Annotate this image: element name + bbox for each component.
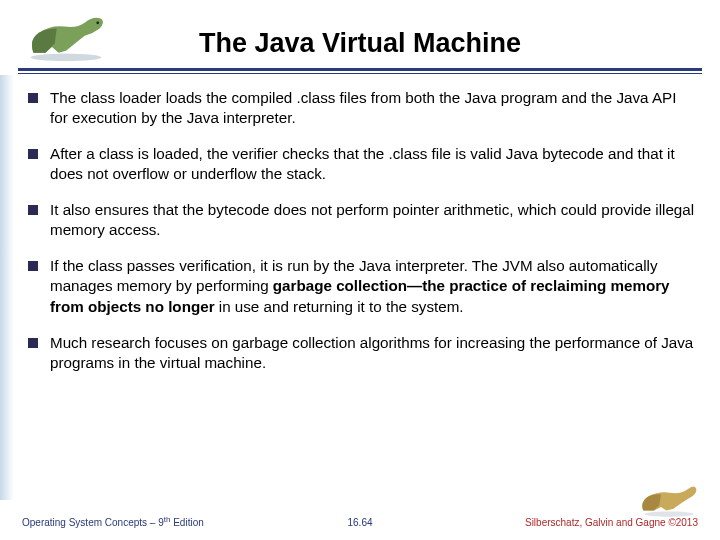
- bullet-text: It also ensures that the bytecode does n…: [50, 200, 696, 240]
- slide-header: The Java Virtual Machine: [0, 0, 720, 78]
- bullet-item: It also ensures that the bytecode does n…: [28, 200, 696, 240]
- svg-point-0: [31, 54, 102, 61]
- bullet-item: The class loader loads the compiled .cla…: [28, 88, 696, 128]
- bullet-text-post: in use and returning it to the system.: [215, 298, 464, 315]
- left-gradient-bar: [0, 75, 14, 500]
- svg-point-1: [96, 21, 99, 24]
- square-bullet-icon: [28, 93, 38, 103]
- square-bullet-icon: [28, 338, 38, 348]
- bullet-text: The class loader loads the compiled .cla…: [50, 88, 696, 128]
- dinosaur-top-icon: [18, 6, 114, 62]
- slide-footer: Operating System Concepts – 9th Edition …: [0, 506, 720, 532]
- header-rule: [18, 68, 702, 74]
- bullet-item: Much research focuses on garbage collect…: [28, 333, 696, 373]
- square-bullet-icon: [28, 205, 38, 215]
- square-bullet-icon: [28, 149, 38, 159]
- footer-copyright: Silberschatz, Galvin and Gagne ©2013: [525, 517, 698, 528]
- square-bullet-icon: [28, 261, 38, 271]
- bullet-item: After a class is loaded, the verifier ch…: [28, 144, 696, 184]
- bullet-text: If the class passes verification, it is …: [50, 256, 696, 316]
- bullet-item: If the class passes verification, it is …: [28, 256, 696, 316]
- slide-content: The class loader loads the compiled .cla…: [28, 88, 696, 389]
- bullet-text: Much research focuses on garbage collect…: [50, 333, 696, 373]
- slide-title: The Java Virtual Machine: [20, 10, 700, 59]
- bullet-text: After a class is loaded, the verifier ch…: [50, 144, 696, 184]
